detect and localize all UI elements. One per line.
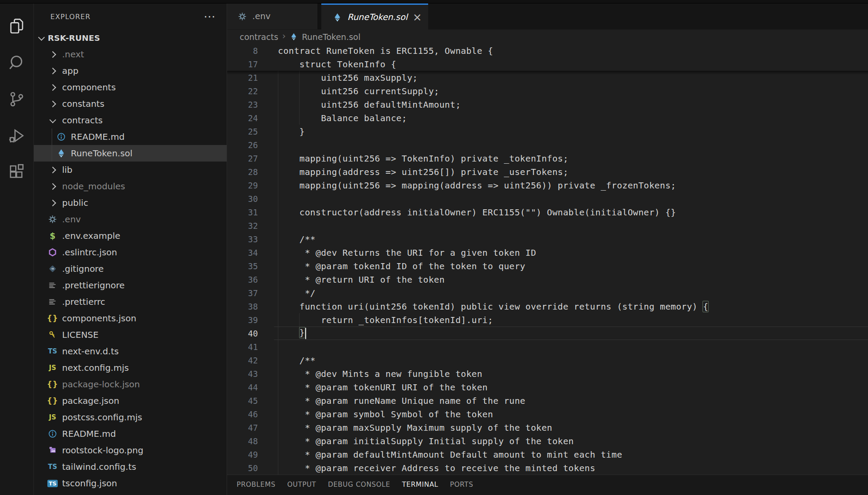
panel-tab-terminal[interactable]: TERMINAL: [402, 481, 439, 488]
code-line-47[interactable]: 47 * @param maxSupply Maximum supply of …: [227, 421, 868, 434]
line-number: 17: [227, 59, 258, 69]
tree-item-constants[interactable]: constants: [34, 96, 227, 112]
tree-item--prettierignore[interactable]: .prettierignore: [34, 277, 227, 294]
tree-item-label: .env.example: [62, 231, 120, 241]
tree-item-package-json[interactable]: {}package.json: [34, 393, 227, 409]
line-number: 30: [227, 194, 258, 204]
more-actions-icon[interactable]: ⋯: [204, 12, 215, 21]
code-line-39[interactable]: 39 return _tokenInfos[tokenId].uri;: [227, 313, 868, 327]
panel-tab-ports[interactable]: PORTS: [450, 481, 473, 488]
code-line-31[interactable]: 31 constructor(address initialOwner) ERC…: [227, 205, 868, 219]
code-viewport[interactable]: 21 uint256 maxSupply;22 uint256 currentS…: [227, 71, 868, 475]
code-line-40[interactable]: 40 }: [227, 327, 868, 340]
tree-item--env-example[interactable]: $.env.example: [34, 228, 227, 244]
code-line-27[interactable]: 27 mapping(uint256 => TokenInfo) private…: [227, 152, 868, 165]
chevron-right-icon: [47, 49, 58, 60]
code-line-26[interactable]: 26: [227, 138, 868, 152]
code-line-45[interactable]: 45 * @param runeName Unique name of the …: [227, 394, 868, 407]
explorer-sidebar: EXPLORER ⋯ RSK-RUNES .nextappcomponentsc…: [34, 3, 227, 495]
code-line-23[interactable]: 23 uint256 defaultMintAmount;: [227, 98, 868, 111]
code-line-30[interactable]: 30: [227, 192, 868, 205]
tree-item--gitignore[interactable]: .gitignore: [34, 261, 227, 277]
code-line-8[interactable]: 8contract RuneToken is ERC1155, Ownable …: [227, 44, 868, 57]
tree-item-components[interactable]: components: [34, 79, 227, 96]
chevron-right-icon: [47, 82, 58, 93]
panel-tab-problems[interactable]: PROBLEMS: [237, 481, 275, 488]
tree-item-package-lock-json[interactable]: {}package-lock.json: [34, 376, 227, 393]
activity-source-control-button[interactable]: [0, 82, 33, 118]
code-line-50[interactable]: 50 * @param receiver Address to receive …: [227, 461, 868, 475]
activity-extensions-button[interactable]: [0, 155, 33, 191]
line-number: 21: [227, 73, 258, 82]
code-line-34[interactable]: 34 * @dev Returns the URI for a given to…: [227, 246, 868, 259]
tree-item-readme-md[interactable]: README.md: [34, 129, 227, 145]
tree-item-tsconfig-json[interactable]: TStsconfig.json: [34, 475, 227, 492]
extensions-icon: [7, 163, 26, 183]
tree-item-app[interactable]: app: [34, 63, 227, 79]
workspace-root-row[interactable]: RSK-RUNES: [34, 30, 227, 46]
code-line-17[interactable]: 17 struct TokenInfo {: [227, 57, 868, 71]
activity-search-button[interactable]: [0, 45, 33, 82]
code-line-43[interactable]: 43 * @dev Mints a new fungible token: [227, 367, 868, 380]
tree-item-label: .prettierignore: [62, 280, 125, 290]
tree-item-rootstock-logo-png[interactable]: rootstock-logo.png: [34, 442, 227, 459]
tree-item-lib[interactable]: lib: [34, 162, 227, 178]
tree-item-runetoken-sol[interactable]: RuneToken.sol: [34, 145, 227, 162]
code-line-37[interactable]: 37 */: [227, 286, 868, 300]
code-text: * @param runeName Unique name of the run…: [278, 396, 525, 406]
tree-item-next-config-mjs[interactable]: JSnext.config.mjs: [34, 360, 227, 376]
tree-item-next-env-d-ts[interactable]: TSnext-env.d.ts: [34, 343, 227, 360]
code-line-36[interactable]: 36 * @return URI of the token: [227, 273, 868, 286]
tab-bar: .env RuneToken.sol ×: [227, 3, 868, 30]
breadcrumb-file[interactable]: RuneToken.sol: [302, 32, 360, 42]
git-icon: [47, 263, 58, 274]
info-icon: [47, 428, 58, 439]
code-line-28[interactable]: 28 mapping(address => uint256[]) private…: [227, 165, 868, 178]
code-line-48[interactable]: 48 * @param initialSupply Initial supply…: [227, 434, 868, 448]
code-line-25[interactable]: 25 }: [227, 125, 868, 138]
tree-item-public[interactable]: public: [34, 195, 227, 211]
code-line-22[interactable]: 22 uint256 currentSupply;: [227, 84, 868, 98]
tree-item-readme-md[interactable]: README.md: [34, 426, 227, 442]
panel-tab-output[interactable]: OUTPUT: [287, 481, 316, 488]
tab-label: .env: [252, 11, 271, 21]
tree-item--eslintrc-json[interactable]: .eslintrc.json: [34, 244, 227, 261]
code-line-35[interactable]: 35 * @param tokenId ID of the token to q…: [227, 259, 868, 273]
tree-item--prettierrc[interactable]: .prettierrc: [34, 294, 227, 310]
tree-item-node-modules[interactable]: node_modules: [34, 178, 227, 195]
code-text: mapping(uint256 => mapping(address => ui…: [278, 180, 676, 191]
code-line-41[interactable]: 41: [227, 340, 868, 353]
chevron-right-icon: [47, 98, 58, 109]
breadcrumb-folder[interactable]: contracts: [240, 32, 278, 42]
tree-item-license[interactable]: LICENSE: [34, 327, 227, 343]
code-line-29[interactable]: 29 mapping(uint256 => mapping(address =>…: [227, 178, 868, 192]
code-line-44[interactable]: 44 * @param tokenURI URI of the token: [227, 380, 868, 394]
tab-env[interactable]: .env: [227, 3, 317, 30]
code-line-42[interactable]: 42 /**: [227, 353, 868, 367]
tab-runetoken-sol[interactable]: RuneToken.sol ×: [321, 3, 428, 30]
close-icon[interactable]: ×: [413, 12, 422, 23]
tree-item-contracts[interactable]: contracts: [34, 112, 227, 129]
tree-item--env[interactable]: .env: [34, 211, 227, 228]
activity-run-debug-button[interactable]: [0, 118, 33, 155]
code-line-46[interactable]: 46 * @param symbol Symbol of the token: [227, 407, 868, 421]
window-top-edge: [0, 0, 868, 3]
code-line-49[interactable]: 49 * @param defaultMintAmount Default am…: [227, 448, 868, 461]
sticky-scroll[interactable]: 8contract RuneToken is ERC1155, Ownable …: [227, 44, 868, 71]
tree-item--next[interactable]: .next: [34, 46, 227, 63]
explorer-title: EXPLORER: [50, 13, 91, 21]
tree-item-tailwind-config-ts[interactable]: TStailwind.config.ts: [34, 459, 227, 475]
line-number: 26: [227, 140, 258, 150]
ts-icon: TS: [47, 461, 58, 472]
key-icon: [47, 329, 58, 340]
code-line-32[interactable]: 32: [227, 219, 868, 232]
code-line-33[interactable]: 33 /**: [227, 232, 868, 246]
tree-item-postcss-config-mjs[interactable]: JSpostcss.config.mjs: [34, 409, 227, 426]
code-line-24[interactable]: 24 Balance balance;: [227, 111, 868, 125]
line-number: 32: [227, 221, 258, 231]
tree-item-components-json[interactable]: {}components.json: [34, 310, 227, 327]
activity-explorer-button[interactable]: [0, 9, 33, 45]
panel-tab-debug-console[interactable]: DEBUG CONSOLE: [328, 481, 390, 488]
code-line-38[interactable]: 38 function uri(uint256 tokenId) public …: [227, 300, 868, 313]
code-line-21[interactable]: 21 uint256 maxSupply;: [227, 71, 868, 84]
